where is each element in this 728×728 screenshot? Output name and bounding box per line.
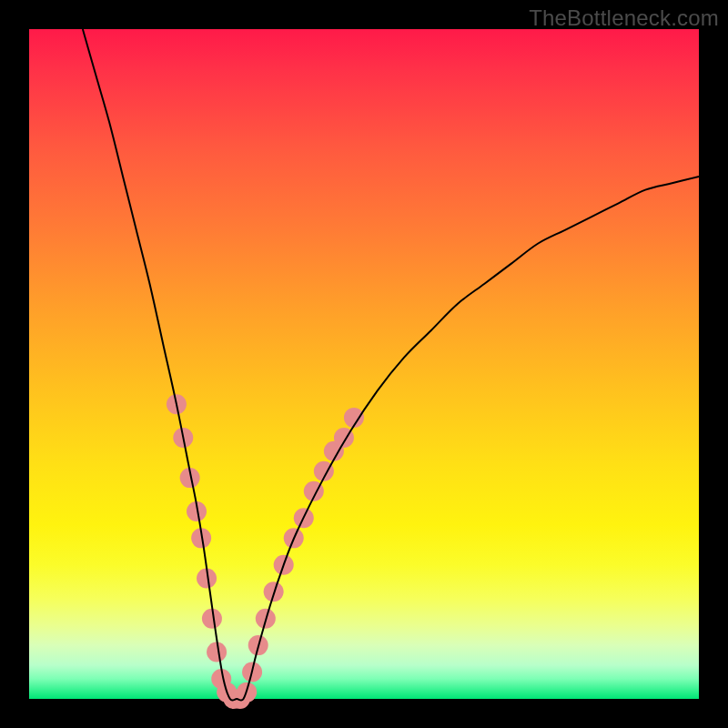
marker-group xyxy=(167,394,364,709)
watermark-text: TheBottleneck.com xyxy=(529,5,719,31)
bottleneck-curve xyxy=(83,29,699,701)
chart-frame: TheBottleneck.com xyxy=(0,0,728,728)
chart-svg xyxy=(29,29,699,699)
highlight-dot xyxy=(207,642,227,662)
plot-area xyxy=(29,29,699,699)
